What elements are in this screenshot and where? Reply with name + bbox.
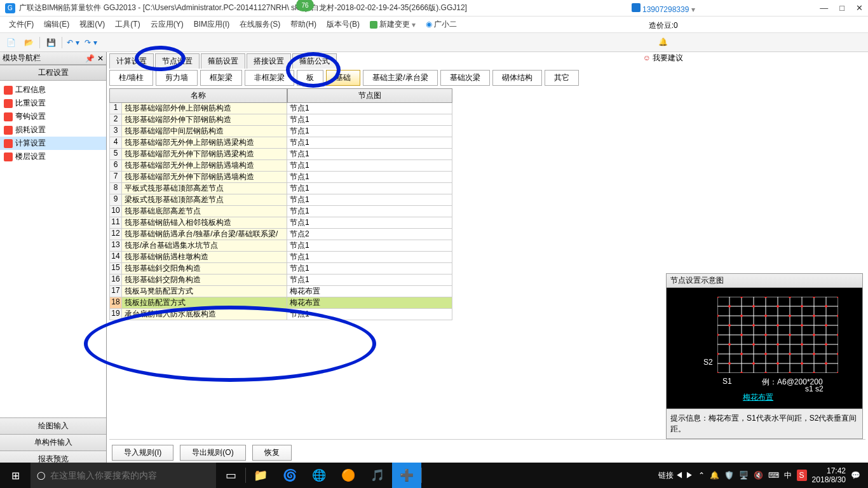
tray-shield-icon[interactable]: 🛡️	[724, 471, 734, 480]
tab-shearwall[interactable]: 剪力墙	[156, 70, 198, 86]
tab-other[interactable]: 其它	[545, 70, 579, 86]
table-row[interactable]: 18筏板拉筋配置方式梅花布置	[109, 297, 452, 309]
table-row[interactable]: 5筏形基础端部无外伸下部钢筋遇梁构造节点1	[109, 149, 452, 160]
table-row[interactable]: 12筏形基础钢筋遇承台/独基/承台梁/基础联系梁/节点2	[109, 229, 452, 240]
preview-label-link[interactable]: 梅花布置	[743, 392, 773, 403]
menu-file[interactable]: 文件(F)	[4, 19, 39, 30]
table-row[interactable]: 1筏形基础端部外伸上部钢筋构造节点1	[109, 103, 452, 114]
panel-close-icon[interactable]: ✕	[97, 54, 104, 63]
tray-sogou-icon[interactable]: S	[797, 470, 807, 481]
tray-net-icon[interactable]: 🖥️	[739, 471, 749, 480]
table-row[interactable]: 11筏形基础钢筋锚入相邻筏板构造节点1	[109, 217, 452, 229]
cell-node[interactable]: 梅花布置	[287, 297, 452, 309]
tray-clock[interactable]: 17:42 2018/8/30	[812, 466, 846, 485]
tab-framebeam[interactable]: 框架梁	[200, 70, 242, 86]
menu-view[interactable]: 视图(V)	[74, 19, 110, 30]
menu-help[interactable]: 帮助(H)	[285, 19, 322, 30]
cell-node[interactable]: 节点1	[287, 172, 452, 183]
table-row[interactable]: 17筏板马凳筋配置方式梅花布置	[109, 286, 452, 297]
cell-node[interactable]: 节点1	[287, 149, 452, 160]
cell-node[interactable]: 节点1	[287, 103, 452, 114]
section-project-settings[interactable]: 工程设置	[0, 65, 106, 81]
tab-lap[interactable]: 搭接设置	[247, 53, 291, 69]
cell-node[interactable]: 节点1	[287, 206, 452, 217]
tab-stirrup[interactable]: 箍筋设置	[201, 53, 245, 69]
tab-calc[interactable]: 计算设置	[109, 53, 154, 69]
cell-node[interactable]: 节点1	[287, 252, 452, 263]
tray-notifications-icon[interactable]: 💬	[851, 471, 860, 480]
tool-save-icon[interactable]: 💾	[44, 36, 58, 50]
tray-link[interactable]: 链接 ◀ ▶	[658, 470, 693, 481]
table-row[interactable]: 19承台底筋锚入防水底板构造节点1	[109, 309, 452, 320]
app-music-icon[interactable]: 🎵	[363, 463, 392, 488]
tree-weight[interactable]: 比重设置	[0, 97, 106, 110]
tab-foundation-mainbeam[interactable]: 基础主梁/承台梁	[363, 70, 437, 86]
btn-single-input[interactable]: 单构件输入	[0, 434, 106, 451]
menu-bim[interactable]: BIM应用(I)	[189, 19, 235, 30]
table-row[interactable]: 3筏形基础端部中间层钢筋构造节点1	[109, 126, 452, 137]
pin-icon[interactable]: 📌	[85, 54, 95, 63]
table-row[interactable]: 4筏形基础端部无外伸上部钢筋遇梁构造节点1	[109, 137, 452, 149]
tray-vol-icon[interactable]: 🔇	[754, 471, 763, 480]
app-ggj-icon[interactable]: ➕	[392, 463, 421, 488]
tree-floor[interactable]: 楼层设置	[0, 150, 106, 163]
tool-undo-icon[interactable]: ↶ ▾	[66, 36, 80, 50]
tree-calc-settings[interactable]: 计算设置	[0, 137, 106, 150]
tree-loss[interactable]: 损耗设置	[0, 123, 106, 137]
tool-open-icon[interactable]: 📂	[22, 36, 36, 50]
search-input[interactable]	[50, 470, 210, 480]
tool-redo-icon[interactable]: ↷ ▾	[84, 36, 98, 50]
cell-node[interactable]: 节点1	[287, 217, 452, 229]
cell-node[interactable]: 节点1	[287, 263, 452, 274]
table-row[interactable]: 6筏形基础端部无外伸上部钢筋遇墙构造节点1	[109, 160, 452, 172]
app-spiral-icon[interactable]: 🌀	[275, 463, 304, 488]
tab-foundation[interactable]: 基础	[326, 70, 360, 86]
start-button[interactable]: ⊞	[0, 463, 31, 488]
cell-node[interactable]: 节点1	[287, 137, 452, 149]
tab-nonframebeam[interactable]: 非框架梁	[245, 70, 294, 86]
table-row[interactable]: 13筏形/承台基础遇集水坑节点节点1	[109, 240, 452, 252]
tab-slab[interactable]: 板	[297, 70, 323, 86]
table-row[interactable]: 14筏形基础钢筋遇柱墩构造节点1	[109, 252, 452, 263]
tab-column[interactable]: 柱/墙柱	[109, 70, 153, 86]
table-row[interactable]: 9梁板式筏形基础顶部高差节点节点1	[109, 194, 452, 206]
tray-bell-icon[interactable]: 🔔	[710, 471, 719, 480]
table-row[interactable]: 15筏形基础斜交阳角构造节点1	[109, 263, 452, 274]
cell-node[interactable]: 节点1	[287, 183, 452, 194]
table-row[interactable]: 10筏形基础底部高差节点节点1	[109, 206, 452, 217]
table-row[interactable]: 7筏形基础端部无外伸下部钢筋遇墙构造节点1	[109, 172, 452, 183]
bell-icon[interactable]: 🔔	[658, 37, 668, 46]
tab-masonry[interactable]: 砌体结构	[492, 70, 542, 86]
taskbar-search[interactable]: ◯	[31, 463, 216, 488]
table-row[interactable]: 16筏形基础斜交阴角构造节点1	[109, 274, 452, 286]
table-row[interactable]: 2筏形基础端部外伸下部钢筋构造节点1	[109, 114, 452, 126]
tab-node[interactable]: 节点设置	[155, 53, 200, 69]
tool-new-icon[interactable]: 📄	[4, 36, 18, 50]
user-mini[interactable]: ◉ 广小二	[421, 19, 462, 30]
tray-kbd-icon[interactable]: ⌨	[768, 471, 779, 480]
cell-node[interactable]: 节点2	[287, 229, 452, 240]
cell-node[interactable]: 节点1	[287, 194, 452, 206]
tray-up-icon[interactable]: ⌃	[698, 471, 705, 480]
app-edge-icon[interactable]: 🌐	[304, 463, 334, 488]
table-row[interactable]: 8平板式筏形基础顶部高差节点节点1	[109, 183, 452, 194]
menu-tool[interactable]: 工具(T)	[110, 19, 145, 30]
menu-edit[interactable]: 编辑(E)	[39, 19, 74, 30]
account-phone[interactable]: 13907298339 ▾	[632, 3, 695, 14]
export-rules-button[interactable]: 导出规则(O)	[180, 445, 245, 461]
cell-node[interactable]: 梅花布置	[287, 286, 452, 297]
new-change-button[interactable]: 新建变更▾	[365, 19, 421, 30]
btn-draw-input[interactable]: 绘图输入	[0, 417, 106, 434]
tree-hook[interactable]: 弯钩设置	[0, 110, 106, 123]
cell-node[interactable]: 节点1	[287, 309, 452, 320]
taskview-icon[interactable]: ▭	[216, 463, 245, 488]
menu-online[interactable]: 在线服务(S)	[234, 19, 285, 30]
app-folder-icon[interactable]: 📁	[246, 463, 275, 488]
tab-stirrup-formula[interactable]: 箍筋公式	[292, 53, 337, 69]
import-rules-button[interactable]: 导入规则(I)	[112, 445, 173, 461]
cell-node[interactable]: 节点1	[287, 274, 452, 286]
app-browser-icon[interactable]: 🟠	[334, 463, 363, 488]
tree-project-info[interactable]: 工程信息	[0, 83, 106, 97]
cell-node[interactable]: 节点1	[287, 114, 452, 126]
tray-ime[interactable]: 中	[784, 470, 792, 481]
